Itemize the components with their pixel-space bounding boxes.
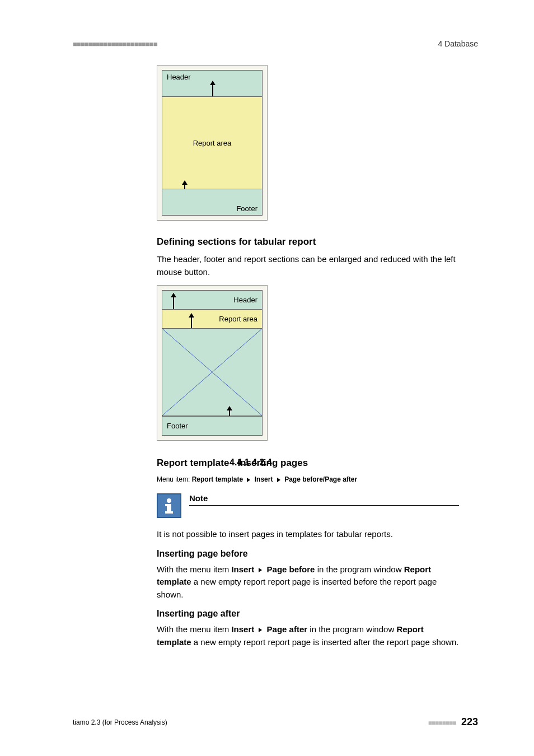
d1-body-label: Report area bbox=[193, 139, 232, 147]
diagram-layout-1: Header Report area Footer bbox=[157, 65, 268, 221]
svg-rect-4 bbox=[165, 504, 170, 506]
triangle-separator-icon bbox=[247, 478, 250, 482]
svg-point-2 bbox=[167, 498, 171, 503]
inserting-before-heading: Inserting page before bbox=[157, 549, 459, 559]
menu-path-prefix: Menu item: bbox=[157, 475, 192, 483]
page-number: 223 bbox=[461, 716, 478, 727]
inserting-before-para: With the menu item Insert Page before in… bbox=[157, 563, 459, 601]
note-title: Note bbox=[189, 493, 459, 506]
note-box: Note bbox=[157, 493, 459, 518]
footer-product: tiamo 2.3 (for Process Analysis) bbox=[73, 718, 167, 726]
chapter-label: 4 Database bbox=[438, 39, 478, 48]
note-text: It is not possible to insert pages in te… bbox=[157, 528, 459, 541]
d2-report-label: Report area bbox=[219, 315, 257, 323]
triangle-separator-icon bbox=[277, 478, 280, 482]
menu-path-part3: Page before/Page after bbox=[284, 475, 357, 483]
svg-rect-5 bbox=[165, 511, 173, 514]
triangle-separator-icon bbox=[259, 568, 262, 572]
section-number: 4.4.1.4.2.4 bbox=[229, 458, 272, 468]
defining-sections-heading: Defining sections for tabular report bbox=[157, 236, 459, 248]
inserting-after-para: With the menu item Insert Page after in … bbox=[157, 623, 459, 648]
footer-dashes: ■■■■■■■■ bbox=[428, 719, 456, 727]
menu-path: Menu item: Report template Insert Page b… bbox=[157, 475, 459, 483]
diagram-layout-2: Header Report area Footer bbox=[157, 285, 268, 441]
menu-path-part1: Report template bbox=[192, 475, 243, 483]
info-icon bbox=[157, 493, 181, 518]
d1-header-label: Header bbox=[167, 73, 191, 81]
d2-footer-label: Footer bbox=[167, 422, 188, 430]
inserting-after-heading: Inserting page after bbox=[157, 609, 459, 619]
defining-sections-para: The header, footer and report sections c… bbox=[157, 253, 459, 278]
menu-path-part2: Insert bbox=[255, 475, 273, 483]
header-dashes-left: ■■■■■■■■■■■■■■■■■■■■■■ bbox=[73, 40, 157, 48]
triangle-separator-icon bbox=[259, 628, 262, 632]
d2-header-label: Header bbox=[233, 296, 257, 304]
cross-lines-icon bbox=[162, 329, 262, 416]
section-title: Report template - Inserting pages bbox=[157, 458, 459, 469]
d1-footer-label: Footer bbox=[236, 204, 257, 213]
